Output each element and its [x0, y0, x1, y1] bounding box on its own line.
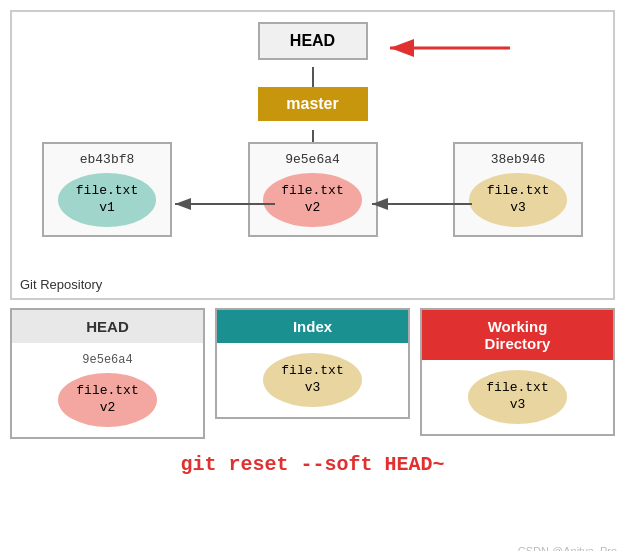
head-box-top: HEAD — [258, 22, 368, 60]
commit-center: 9e5e6a4 file.txtv2 — [248, 142, 378, 237]
bottom-head-body: 9e5e6a4 file.txtv2 — [12, 343, 203, 437]
bottom-boxes: HEAD 9e5e6a4 file.txtv2 Index file.txtv3 — [10, 308, 615, 439]
bottom-workdir-body: file.txtv3 — [422, 360, 613, 434]
master-box: master — [258, 87, 368, 121]
arrow-right-to-center-icon — [367, 194, 477, 214]
git-command: git reset --soft HEAD~ — [10, 447, 615, 480]
main-container: HEAD master 9e5e6a4 file.txtv2 eb43bf8 — [0, 10, 625, 551]
git-repo-label: Git Repository — [20, 277, 102, 292]
master-label: master — [286, 95, 338, 112]
bottom-head-commit-id: 9e5e6a4 — [18, 353, 197, 367]
bottom-section: HEAD 9e5e6a4 file.txtv2 Index file.txtv3 — [10, 308, 615, 480]
bottom-index-header: Index — [217, 310, 408, 343]
bottom-index-blob: file.txtv3 — [263, 353, 361, 407]
commit-left-id: eb43bf8 — [52, 152, 162, 167]
head-label: HEAD — [290, 32, 335, 49]
red-arrow-icon — [385, 38, 515, 58]
commit-left: eb43bf8 file.txtv1 — [42, 142, 172, 237]
arrow-center-to-left-icon — [170, 194, 280, 214]
bottom-index-body: file.txtv3 — [217, 343, 408, 417]
bottom-workdir-blob: file.txtv3 — [468, 370, 566, 424]
blob-left: file.txtv1 — [58, 173, 156, 227]
bottom-workdir-box: WorkingDirectory file.txtv3 — [420, 308, 615, 436]
bottom-head-box: HEAD 9e5e6a4 file.txtv2 — [10, 308, 205, 439]
bottom-workdir-header: WorkingDirectory — [422, 310, 613, 360]
commit-right: 38eb946 file.txtv3 — [453, 142, 583, 237]
git-repository-section: HEAD master 9e5e6a4 file.txtv2 eb43bf8 — [10, 10, 615, 300]
watermark: CSDN @Anitya_Pro — [518, 545, 617, 551]
commit-center-id: 9e5e6a4 — [258, 152, 368, 167]
bottom-head-blob: file.txtv2 — [58, 373, 156, 427]
blob-right: file.txtv3 — [469, 173, 567, 227]
bottom-index-box: Index file.txtv3 — [215, 308, 410, 419]
line-head-master — [312, 67, 314, 89]
commit-right-id: 38eb946 — [463, 152, 573, 167]
bottom-head-header: HEAD — [12, 310, 203, 343]
